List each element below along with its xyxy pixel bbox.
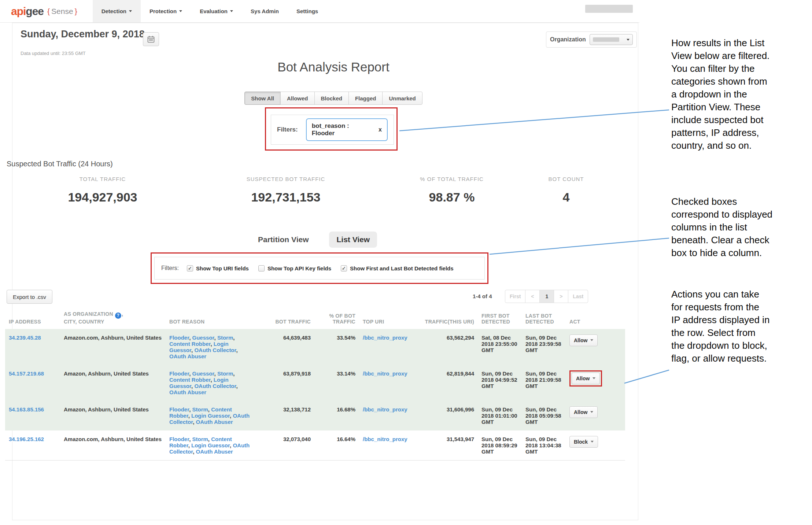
nav-item-label: Settings (296, 8, 318, 14)
filters-label: Filters: (277, 126, 298, 133)
checkbox-show-first-and-last-bot-detected-fields[interactable]: ✓Show First and Last Bot Detected fields (341, 265, 454, 271)
action-dropdown[interactable]: Block (569, 436, 598, 448)
bot-reason-link[interactable]: Guessor (192, 370, 214, 377)
bot-reason-link[interactable]: Content Robber (169, 377, 211, 383)
action-dropdown[interactable]: Allow (572, 373, 600, 384)
remove-filter-icon[interactable]: x (379, 126, 382, 133)
checkbox-show-top-api-key-fields[interactable]: Show Top API Key fields (258, 265, 331, 271)
tab-allowed[interactable]: Allowed (280, 92, 315, 105)
ip-address-link[interactable]: 54.163.85.156 (9, 406, 44, 413)
bot-reason-link[interactable]: Flooder (169, 370, 189, 377)
bot-reason-link[interactable]: Storm (192, 406, 208, 413)
bot-reason-link[interactable]: Content Robber (169, 341, 211, 347)
stat-label: BOT COUNT (486, 176, 647, 182)
status-tab-group: Show AllAllowedBlockedFlaggedUnmarked (29, 92, 638, 105)
bot-reason-link[interactable]: OAuth Abuser (169, 389, 206, 395)
col-ip-address: IP ADDRESS (5, 309, 60, 329)
bot-traffic-cell: 32,073,040 (256, 430, 314, 461)
page-button-[interactable]: < (525, 290, 540, 303)
pagination-range: 1-4 of 4 (473, 293, 492, 299)
pct-bot-traffic-cell: 33.14% (314, 365, 359, 401)
top-uri-link[interactable]: /bbc_nitro_proxy (363, 436, 407, 442)
action-dropdown[interactable]: Allow (569, 406, 598, 418)
col-last-bot-detected: LAST BOT DETECTED (522, 309, 566, 329)
nav-item-detection[interactable]: Detection (93, 0, 141, 22)
filter-chip-bot-reason[interactable]: bot_reason : Flooder x (306, 118, 388, 141)
traffic-this-uri-cell: 31,543,947 (417, 430, 478, 461)
organization-label: Organization (550, 36, 586, 43)
col-as-organization: AS ORGANIZATION?,CITY, COUNTRY (60, 309, 166, 329)
as-organization-cell: Amazon, Ashburn, United States (60, 401, 166, 430)
organization-select[interactable] (590, 34, 633, 45)
first-bot-detected-cell: Sun, 09 Dec 2018 08:59:29 GMT (478, 430, 522, 461)
ip-address-link[interactable]: 34.239.45.28 (9, 334, 41, 341)
report-date: Sunday, December 9, 2018 (21, 29, 145, 40)
checked-checkbox-icon[interactable]: ✓ (341, 265, 347, 271)
chevron-down-icon (590, 411, 593, 413)
bot-reason-link[interactable]: OAuth Abuser (196, 448, 233, 455)
top-uri-link[interactable]: /bbc_nitro_proxy (363, 334, 407, 341)
bot-reason-link[interactable]: OAuth Abuser (196, 419, 233, 425)
ip-address-link[interactable]: 54.157.219.68 (9, 370, 44, 377)
page-button-[interactable]: > (554, 290, 568, 303)
data-updated-label: Data updated until: 23:55 GMT (21, 51, 86, 56)
tab-partition-view[interactable]: Partition View (256, 232, 311, 248)
page-title: Bot Analysis Report (29, 60, 638, 74)
unchecked-checkbox-icon[interactable] (258, 265, 265, 271)
apigee-sense-logo: apigee {Sense} (11, 0, 77, 22)
last-bot-detected-cell: Sun, 09 Dec 2018 05:09:58 GMT (522, 401, 566, 430)
nav-item-settings[interactable]: Settings (288, 0, 327, 22)
bot-traffic-cell: 32,138,712 (256, 401, 314, 430)
bot-traffic-table: IP ADDRESS AS ORGANIZATION?,CITY, COUNTR… (5, 309, 625, 461)
stat-value: 4 (486, 190, 647, 204)
bot-reason-link[interactable]: Flooder (169, 436, 189, 442)
bot-reason-link[interactable]: Login Guessor (191, 413, 230, 419)
table-row: 34.239.45.28 Amazon.com, Ashburn, United… (5, 329, 625, 365)
bot-reason-link[interactable]: OAuth Collector (194, 347, 236, 353)
pct-bot-traffic-cell: 16.68% (314, 401, 359, 430)
filter-chip-text: bot_reason : Flooder (312, 122, 373, 137)
bot-reason-link[interactable]: Flooder (169, 334, 189, 341)
bot-reason-link[interactable]: OAuth Collector (194, 383, 236, 389)
date-picker-button[interactable] (143, 32, 159, 46)
col-first-bot-detected: FIRST BOT DETECTED (478, 309, 522, 329)
col-pct-bot-traffic: % OF BOT TRAFFIC (314, 309, 359, 329)
first-bot-detected-cell: Sat, 08 Dec 2018 23:55:00 GMT (478, 329, 522, 365)
stat-bot-count: BOT COUNT4 (486, 176, 647, 204)
action-dropdown[interactable]: Allow (569, 334, 598, 346)
page-button-1[interactable]: 1 (539, 290, 554, 303)
page-button-last[interactable]: Last (568, 290, 588, 303)
checked-checkbox-icon[interactable]: ✓ (187, 265, 193, 271)
pagination-controls: First<1>Last (505, 290, 588, 303)
top-uri-link[interactable]: /bbc_nitro_proxy (363, 406, 407, 413)
checkbox-show-top-uri-fields[interactable]: ✓Show Top URI fields (187, 265, 249, 271)
bot-reason-link[interactable]: Storm (217, 370, 233, 377)
as-organization-cell: Amazon, Ashburn, United States (60, 365, 166, 401)
tab-flagged[interactable]: Flagged (348, 92, 383, 105)
tab-blocked[interactable]: Blocked (314, 92, 349, 105)
last-bot-detected-cell: Sun, 09 Dec 2018 23:59:58 GMT (522, 329, 566, 365)
bot-reason-link[interactable]: Flooder (169, 406, 189, 413)
help-icon[interactable]: ? (115, 313, 121, 319)
nav-item-protection[interactable]: Protection (141, 0, 191, 22)
bot-reason-link[interactable]: OAuth Abuser (169, 353, 206, 359)
chevron-down-icon (179, 10, 182, 12)
tab-list-view[interactable]: List View (329, 232, 377, 248)
bot-reason-link[interactable]: Storm (192, 436, 208, 442)
bot-reason-link[interactable]: Login Guessor (191, 442, 230, 448)
last-bot-detected-cell: Sun, 09 Dec 2018 13:04:38 GMT (522, 430, 566, 461)
page-button-first[interactable]: First (505, 290, 525, 303)
checkbox-label: Show Top API Key fields (267, 265, 331, 271)
nav-item-label: Protection (150, 8, 177, 14)
top-uri-link[interactable]: /bbc_nitro_proxy (363, 370, 407, 377)
nav-item-evaluation[interactable]: Evaluation (191, 0, 242, 22)
nav-item-sys-admin[interactable]: Sys Admin (242, 0, 288, 22)
bot-reason-link[interactable]: Guessor (192, 334, 214, 341)
traffic-this-uri-cell: 62,819,844 (417, 365, 478, 401)
tab-unmarked[interactable]: Unmarked (382, 92, 422, 105)
export-csv-button[interactable]: Export to .csv (7, 290, 52, 304)
bot-reason-link[interactable]: Storm (217, 334, 233, 341)
ip-address-link[interactable]: 34.196.25.162 (9, 436, 44, 442)
tab-show-all[interactable]: Show All (244, 92, 281, 105)
view-switcher: Partition View List View (256, 232, 377, 248)
